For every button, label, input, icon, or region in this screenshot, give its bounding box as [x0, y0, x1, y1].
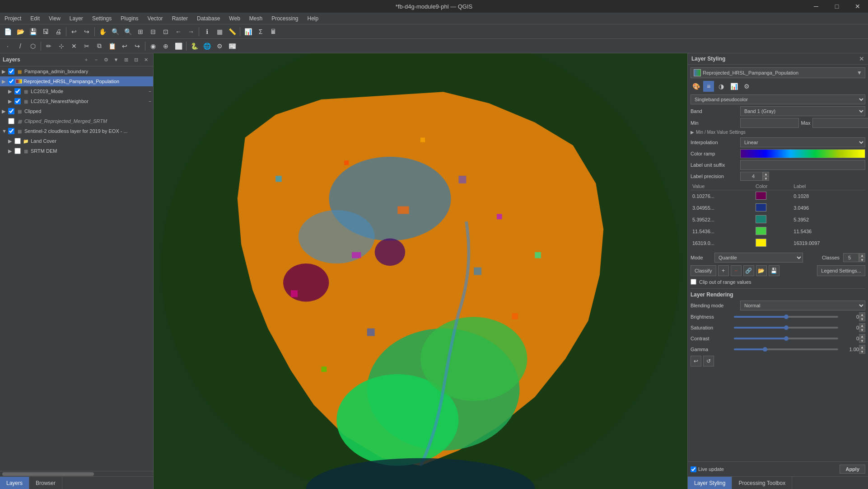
gamma-slider[interactable] [734, 348, 838, 350]
menu-vector[interactable]: Vector [143, 13, 168, 24]
close-panel-button[interactable]: ✕ [141, 55, 150, 64]
redo-edit-button[interactable]: ↪ [131, 40, 143, 52]
menu-mesh[interactable]: Mesh [245, 13, 267, 24]
measure-button[interactable]: 📏 [226, 26, 238, 38]
symbology-icon-btn[interactable]: ≡ [703, 81, 714, 92]
minimize-button[interactable]: ─ [806, 0, 826, 13]
live-update-checkbox[interactable] [691, 466, 696, 472]
color-cell[interactable] [754, 202, 792, 214]
select-button[interactable]: ▦ [214, 26, 225, 38]
blending-mode-select[interactable]: Normal Multiply Screen Overlay Dodge Bur… [740, 301, 865, 310]
color-cell[interactable] [754, 190, 792, 202]
save-project-button[interactable]: 💾 [27, 26, 39, 38]
menu-settings[interactable]: Settings [88, 13, 116, 24]
color-swatch[interactable] [756, 227, 766, 235]
maximize-button[interactable]: □ [826, 0, 847, 13]
layer-checkbox-land-cover[interactable] [14, 138, 21, 144]
interpolation-select[interactable]: Linear Discrete Exact [740, 137, 865, 147]
edit-node-button[interactable]: ⊹ [56, 40, 67, 52]
layer-item-lc2019-nearest[interactable]: ▶ ▦ LC2019_NearestNeighbor − [6, 96, 153, 106]
horizontal-scrollbar[interactable] [0, 471, 153, 476]
layer-properties-icon-btn[interactable]: 🎨 [691, 81, 701, 92]
layer-item-clipped-reprojected[interactable]: ▶ ▦ Clipped_Reprojected_Merged_SRTM [0, 116, 153, 126]
brightness-decrement-btn[interactable]: ▼ [859, 317, 865, 321]
zoom-last-button[interactable]: ← [173, 26, 184, 38]
saturation-thumb[interactable] [784, 325, 789, 330]
add-layer-button[interactable]: + [82, 55, 91, 64]
color-cell[interactable] [754, 214, 792, 226]
menu-processing[interactable]: Processing [267, 13, 303, 24]
add-class-button[interactable]: + [718, 265, 729, 276]
min-input[interactable]: 0.102761087484062 [740, 118, 799, 128]
layer-checkbox-pampanga-boundary[interactable] [8, 68, 14, 75]
open-project-button[interactable]: 📂 [14, 26, 26, 38]
tab-processing-toolbox[interactable]: Processing Toolbox [732, 477, 792, 489]
composer-button[interactable]: 📰 [226, 40, 238, 52]
copy-button[interactable]: ⧉ [93, 40, 105, 52]
label-precision-input[interactable] [740, 172, 763, 181]
expand-icon[interactable]: ▶ [8, 99, 14, 104]
remove-layer-button[interactable]: − [92, 55, 101, 64]
zoom-selection-button[interactable]: ⊡ [160, 26, 172, 38]
restore-button[interactable]: ↺ [703, 356, 714, 367]
layer-item-land-cover[interactable]: ▶ 📁 Land Cover [6, 136, 153, 146]
draw-polygon-button[interactable]: ⬡ [27, 40, 39, 52]
layer-item-srtm-dem[interactable]: ▶ ▦ SRTM DEM [6, 146, 153, 156]
histogram-icon-btn[interactable]: 📊 [728, 81, 739, 92]
zoom-out-button[interactable]: 🔍 [122, 26, 134, 38]
contrast-thumb[interactable] [784, 336, 789, 341]
gamma-decrement-btn[interactable]: ▼ [859, 349, 865, 354]
advanced-digitize-button[interactable]: ⊕ [160, 40, 172, 52]
menu-web[interactable]: Web [224, 13, 244, 24]
layer-checkbox-sentinel2[interactable] [8, 128, 14, 134]
menu-layer[interactable]: Layer [65, 13, 88, 24]
classes-increment-btn[interactable]: ▲ [859, 253, 865, 258]
zoom-full-button[interactable]: ⊞ [135, 26, 146, 38]
color-swatch[interactable] [756, 192, 766, 200]
brightness-thumb[interactable] [784, 315, 789, 319]
contrast-decrement-btn[interactable]: ▼ [859, 339, 865, 343]
browser-button[interactable]: 🌐 [201, 40, 213, 52]
identify-button[interactable]: ℹ [201, 26, 213, 38]
expand-all-button[interactable]: ⊞ [121, 55, 131, 64]
layer-item-clipped[interactable]: ▶ ▦ Clipped [0, 106, 153, 116]
color-swatch[interactable] [756, 239, 766, 247]
expand-icon[interactable]: ▶ [8, 89, 14, 94]
gamma-increment-btn[interactable]: ▲ [859, 345, 865, 349]
redo-button[interactable]: ↪ [81, 26, 93, 38]
renderer-select[interactable]: Singleband pseudocolor Singleband gray M… [691, 94, 865, 104]
layer-checkbox-clipped[interactable] [8, 108, 14, 114]
clip-checkbox[interactable] [691, 279, 696, 285]
qgis-server-button[interactable]: ⚙ [214, 40, 225, 52]
label-precision-decrement-btn[interactable]: ▼ [763, 176, 769, 181]
close-layer-styling-button[interactable]: ✕ [859, 55, 864, 62]
color-swatch[interactable] [756, 215, 766, 223]
edit-button[interactable]: ✏ [43, 40, 55, 52]
delete-button[interactable]: ✕ [68, 40, 80, 52]
mode-select[interactable]: Quantile Equal Interval Standard Deviati… [714, 253, 803, 263]
zoom-in-button[interactable]: 🔍 [109, 26, 121, 38]
layer-item-pampanga-boundary[interactable]: ▶ ▦ Pampanga_admin_boundary [0, 66, 153, 76]
menu-database[interactable]: Database [192, 13, 224, 24]
classes-decrement-btn[interactable]: ▼ [859, 258, 865, 262]
classify-button[interactable]: Classify [691, 265, 716, 276]
cut-button[interactable]: ✂ [81, 40, 93, 52]
contrast-slider[interactable] [734, 338, 838, 339]
classes-input[interactable] [843, 253, 859, 262]
save-color-map-button[interactable]: 💾 [769, 265, 779, 276]
band-select[interactable]: Band 1 (Gray) [740, 106, 865, 116]
python-button[interactable]: 🐍 [188, 40, 200, 52]
layer-item-sentinel2[interactable]: ▼ ▦ Sentinel-2 cloudless layer for 2019 … [0, 126, 153, 136]
filter-layers-button[interactable]: ▼ [112, 55, 121, 64]
layer-minimize-btn[interactable]: − [149, 89, 151, 94]
undo-button[interactable]: ↩ [68, 26, 80, 38]
contrast-increment-btn[interactable]: ▲ [859, 334, 865, 339]
expand-icon[interactable]: ▶ [2, 79, 7, 85]
layer-minimize-btn2[interactable]: − [149, 99, 151, 104]
saturation-slider[interactable] [734, 327, 838, 329]
field-calculator-button[interactable]: 🖩 [267, 26, 279, 38]
layer-item-reprojected-hrsl[interactable]: ▶ Reprojected_HRSL_Pampanga_Population [0, 76, 153, 86]
saturation-increment-btn[interactable]: ▲ [859, 323, 865, 328]
menu-project[interactable]: Project [0, 13, 26, 24]
load-color-map-button[interactable]: 📂 [756, 265, 767, 276]
